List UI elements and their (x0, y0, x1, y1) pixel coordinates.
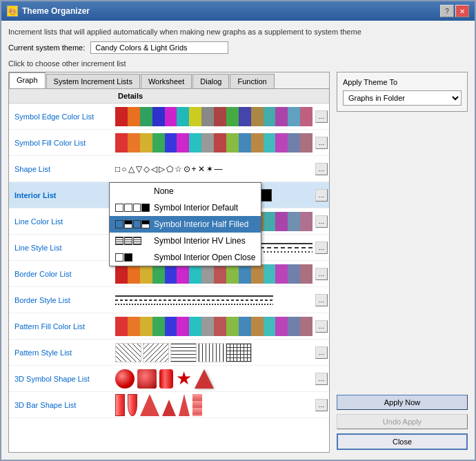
shape-triangle: △ (128, 164, 135, 174)
close-dialog-button[interactable]: Close (337, 433, 468, 450)
shape3d-btn[interactable]: … (315, 373, 328, 385)
shape-circle: ○ (121, 164, 126, 174)
color-cell (128, 264, 140, 284)
row-bar3d[interactable]: 3D Bar Shape List (9, 400, 112, 411)
row-line-style[interactable]: Line Style List (9, 242, 112, 253)
none-label: None (154, 186, 174, 196)
dropdown-default[interactable]: Symbol Interior Default (110, 199, 261, 216)
border-color-btn[interactable]: … (315, 268, 328, 280)
border-dashed (115, 300, 273, 301)
color-cell (177, 107, 189, 126)
bar3d-narrow-pyramid (179, 394, 190, 416)
di-hv2 (124, 237, 132, 245)
color-cell (264, 264, 276, 284)
color-cell (264, 107, 276, 126)
none-preview (115, 186, 150, 197)
color-cell (165, 107, 177, 126)
color-cell (189, 317, 201, 336)
undo-apply-button[interactable]: Undo Apply (337, 414, 468, 429)
half-label: Symbol Interior Half Filled (154, 219, 248, 229)
di3 (133, 204, 141, 212)
di-hv3 (133, 237, 141, 245)
color-cell (115, 133, 128, 153)
apply-theme-select[interactable]: Graphs in Folder (343, 90, 462, 106)
shape-dash: — (215, 164, 223, 174)
right-bottom: Apply Now Undo Apply Close (337, 117, 468, 453)
color-cell (201, 317, 214, 336)
theme-input[interactable] (90, 41, 228, 54)
color-cell (300, 133, 313, 153)
color-cell (226, 317, 239, 336)
di2 (124, 204, 132, 212)
row-shape[interactable]: Shape List (9, 164, 112, 175)
pattern-strip (115, 343, 252, 362)
line-style-btn[interactable]: … (315, 242, 328, 254)
apply-now-button[interactable]: Apply Now (337, 395, 468, 410)
left-panel: Graph System Increment Lists Worksheet D… (8, 72, 330, 453)
shape-diamond: ◇ (143, 164, 150, 174)
color-cell (300, 107, 313, 126)
table-row: Symbol Fill Color List (9, 130, 329, 156)
pattern-style-btn[interactable]: … (315, 346, 328, 359)
border-style-btn[interactable]: … (315, 294, 328, 306)
title-bar-left: 🎨 Theme Organizer (7, 6, 90, 17)
tab-worksheet[interactable]: Worksheet (141, 74, 192, 88)
col-name-header (9, 90, 112, 101)
interior-btn[interactable]: … (315, 189, 328, 202)
apply-theme-title: Apply Theme To (343, 78, 462, 86)
table-container[interactable]: Details Symbol Edge Color List (9, 89, 329, 452)
dropdown-openclose[interactable]: Symbol Interior Open Close (110, 249, 261, 266)
row-content-shape: □ ○ △ ▽ ◇ ◁ ▷ ⬠ ☆ ⊙ + ✕ (112, 163, 315, 175)
di-h1 (115, 220, 123, 228)
tab-function[interactable]: Function (230, 74, 274, 88)
shape3d-star: ★ (176, 368, 192, 389)
color-cell (165, 133, 177, 153)
color-cell (275, 133, 288, 153)
row-content-fill (112, 132, 315, 154)
color-cell (239, 317, 251, 336)
shape3d-cylinder (159, 369, 173, 389)
color-cell (214, 107, 226, 126)
edge-color-btn[interactable]: … (315, 110, 328, 123)
row-shape3d[interactable]: 3D Symbol Shape List (9, 373, 112, 384)
shape-btn[interactable]: … (315, 163, 328, 175)
line-color-btn[interactable]: … (315, 215, 328, 228)
color-cell (165, 317, 177, 336)
pattern-color-btn[interactable]: … (315, 320, 328, 333)
help-button[interactable]: ? (440, 5, 454, 17)
di-oc2 (124, 253, 132, 262)
hvlines-preview (115, 235, 150, 246)
color-cell (177, 264, 189, 284)
tab-dialog[interactable]: Dialog (192, 74, 229, 88)
row-pattern-color[interactable]: Pattern Fill Color List (9, 321, 112, 332)
title-bar: 🎨 Theme Organizer ? ✕ (1, 1, 475, 21)
window-title: Theme Organizer (22, 6, 90, 16)
dropdown-hvlines[interactable]: Symbol Interior HV Lines (110, 233, 261, 249)
color-cell (288, 264, 300, 284)
row-border-color[interactable]: Border Color List (9, 268, 112, 279)
color-cell (288, 107, 300, 126)
fill-color-btn[interactable]: … (315, 137, 328, 149)
table-row: Symbol Edge Color List (9, 104, 329, 130)
table-row: Pattern Fill Color List (9, 313, 329, 340)
color-cell (201, 133, 214, 153)
pattern-vert (198, 343, 224, 362)
row-pattern-style[interactable]: Pattern Style List (9, 347, 112, 358)
row-content-bar3d (112, 393, 315, 418)
dropdown-none[interactable]: None (110, 183, 261, 199)
tab-graph[interactable]: Graph (9, 72, 46, 88)
color-cell (275, 317, 288, 336)
row-symbol-edge[interactable]: Symbol Edge Color List (9, 111, 112, 122)
color-cell (251, 317, 264, 336)
color-cell (177, 317, 189, 336)
close-button[interactable]: ✕ (455, 5, 469, 17)
row-interior[interactable]: Interior List (9, 190, 112, 201)
di-h3 (133, 220, 141, 228)
dropdown-half[interactable]: Symbol Interior Half Filled (110, 216, 261, 233)
tab-system[interactable]: System Increment Lists (46, 74, 140, 88)
row-line-color[interactable]: Line Color List (9, 216, 112, 227)
row-border-style[interactable]: Border Style List (9, 295, 112, 306)
default-label: Symbol Interior Default (154, 203, 238, 213)
row-symbol-fill[interactable]: Symbol Fill Color List (9, 137, 112, 148)
bar3d-btn[interactable]: … (315, 399, 328, 411)
